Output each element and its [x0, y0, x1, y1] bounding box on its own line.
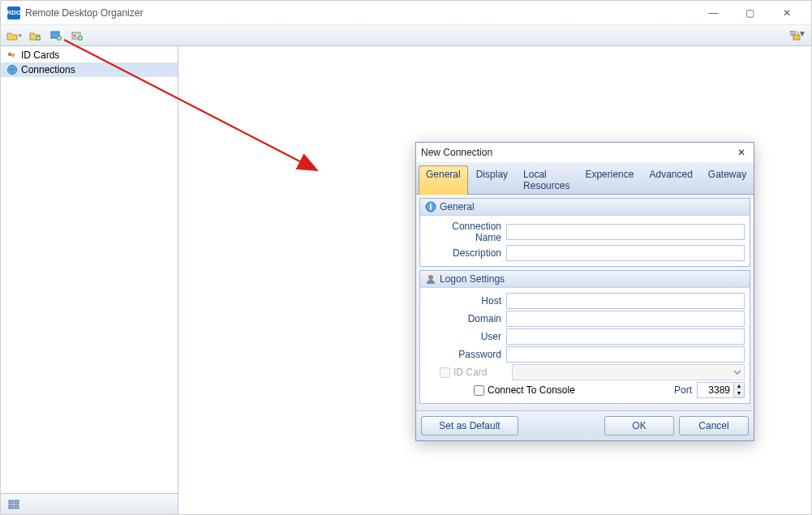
chevron-down-icon[interactable]: ▾ [800, 28, 805, 39]
connection-add-icon [50, 31, 62, 41]
folder-open-button[interactable] [4, 27, 24, 45]
sidebar-item-connections[interactable]: Connections [1, 62, 178, 77]
svg-rect-12 [9, 505, 13, 509]
domain-label: Domain [425, 313, 506, 324]
password-label: Password [425, 349, 506, 360]
idcard-select [512, 364, 745, 380]
set-as-default-button[interactable]: Set as Default [421, 416, 518, 436]
idcard-add-icon [71, 31, 83, 41]
window-controls: — ▢ ✕ [695, 2, 805, 24]
host-input[interactable] [506, 293, 745, 309]
group-logon-header: Logon Settings [420, 271, 750, 288]
tab-advanced[interactable]: Advanced [642, 165, 699, 195]
user-label: User [425, 331, 506, 342]
tab-experience[interactable]: Experience [578, 165, 641, 195]
user-input[interactable] [506, 328, 745, 345]
content-area: 安下载 anxz.com New Connection ✕ General Di… [178, 46, 811, 514]
description-label: Description [425, 247, 506, 259]
description-input[interactable] [506, 245, 745, 261]
folder-add-button[interactable] [25, 27, 45, 45]
idcard-label: ID Card [453, 367, 512, 378]
new-connection-dialog: New Connection ✕ General Display Local R… [415, 142, 754, 441]
svg-point-8 [11, 54, 15, 57]
ok-button[interactable]: OK [604, 416, 674, 436]
folder-add-icon [29, 31, 41, 41]
group-general-title: General [440, 201, 475, 212]
svg-point-17 [428, 275, 433, 280]
tab-local-resources[interactable]: Local Resources [516, 165, 577, 195]
cancel-button[interactable]: Cancel [679, 416, 749, 436]
dialog-titlebar[interactable]: New Connection ✕ [416, 143, 754, 162]
sidebar-footer [1, 493, 178, 514]
svg-point-7 [8, 53, 11, 56]
svg-rect-13 [15, 505, 19, 509]
group-logon-settings: Logon Settings Host Domain User [419, 270, 750, 404]
folder-open-icon [6, 31, 18, 41]
dialog-close-button[interactable]: ✕ [734, 145, 749, 160]
group-general-header: i General [420, 199, 750, 216]
maximize-button[interactable]: ▢ [732, 2, 768, 24]
domain-input[interactable] [506, 311, 745, 327]
svg-text:i: i [429, 201, 432, 212]
connection-name-label: Connection Name [425, 221, 506, 243]
sidebar-item-label: ID Cards [21, 49, 59, 61]
titlebar: RDO Remote Desktop Organizer — ▢ ✕ [1, 1, 811, 25]
idcard-add-button[interactable] [67, 27, 87, 45]
options-icon[interactable]: ≡ [789, 28, 795, 39]
thumbnail-toggle-icon [8, 500, 19, 509]
connection-tree: ID Cards Connections [1, 46, 178, 493]
dialog-tabbar: General Display Local Resources Experien… [416, 162, 754, 195]
dialog-title: New Connection [421, 147, 734, 158]
app-icon: RDO [7, 6, 20, 19]
group-general: i General Connection Name Description [419, 198, 750, 267]
connect-console-checkbox[interactable] [474, 385, 484, 396]
sidebar-item-label: Connections [21, 64, 75, 75]
info-icon: i [425, 201, 436, 212]
globe-icon [6, 63, 19, 76]
user-icon [425, 273, 436, 285]
sidebar: ID Cards Connections [1, 46, 178, 514]
port-spinner[interactable]: ▲▼ [734, 382, 745, 398]
connect-console-label: Connect To Console [488, 384, 575, 396]
port-input[interactable] [697, 382, 734, 398]
svg-point-4 [74, 34, 76, 36]
idcards-icon [6, 49, 19, 62]
tab-display[interactable]: Display [469, 165, 515, 195]
port-label: Port [674, 384, 697, 396]
main-area: ID Cards Connections 安下载 anxz.com [1, 46, 811, 514]
connection-name-input[interactable] [506, 224, 745, 240]
window-title: Remote Desktop Organizer [25, 7, 695, 19]
close-button[interactable]: ✕ [768, 2, 805, 24]
dialog-body: i General Connection Name Description [416, 195, 754, 410]
right-toolbar: ≡ ▾ [789, 28, 805, 39]
svg-rect-11 [15, 500, 19, 504]
host-label: Host [425, 295, 506, 307]
idcard-checkbox [440, 367, 450, 378]
connection-add-button[interactable] [46, 27, 66, 45]
thumbnail-toggle-button[interactable] [4, 496, 24, 513]
minimize-button[interactable]: — [695, 2, 732, 24]
tab-general[interactable]: General [419, 165, 468, 195]
svg-rect-10 [9, 500, 13, 504]
dialog-buttons: Set as Default OK Cancel [416, 410, 754, 440]
tab-gateway[interactable]: Gateway [701, 165, 754, 195]
spinner-up-icon[interactable]: ▲ [734, 383, 744, 390]
spinner-down-icon[interactable]: ▼ [734, 390, 744, 397]
sidebar-item-idcards[interactable]: ID Cards [1, 48, 178, 62]
password-input[interactable] [506, 346, 745, 363]
group-logon-title: Logon Settings [440, 273, 505, 285]
main-toolbar [1, 25, 811, 46]
